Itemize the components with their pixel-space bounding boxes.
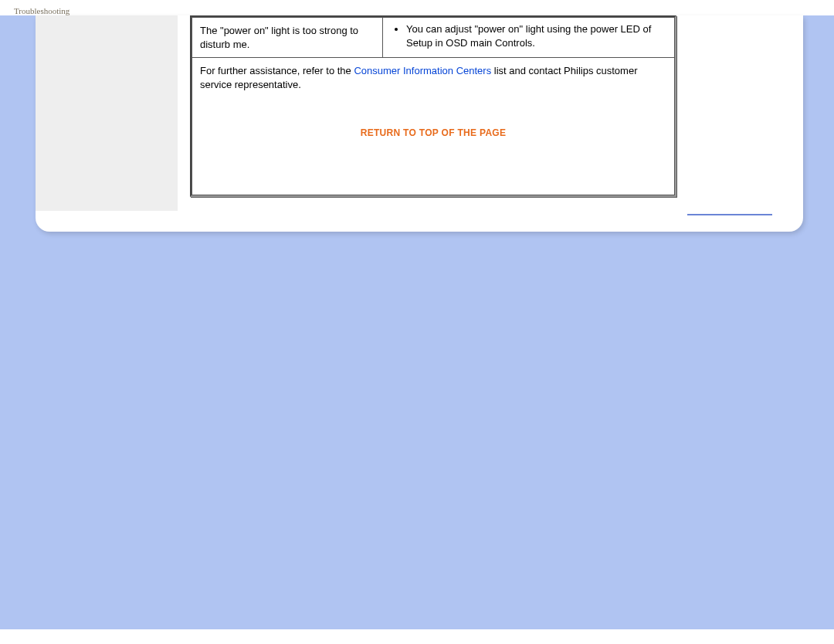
troubleshoot-table: The "power on" light is too strong to di… xyxy=(190,15,676,197)
assist-prefix: For further assistance, refer to the xyxy=(200,65,354,76)
return-to-top-link[interactable]: RETURN TO TOP OF THE PAGE xyxy=(200,127,666,139)
page-header-title: Troubleshooting xyxy=(0,0,834,15)
sidebar-panel xyxy=(36,15,178,211)
decorative-line xyxy=(687,214,772,215)
assist-row: For further assistance, refer to the Con… xyxy=(192,58,675,195)
issue-cell: The "power on" light is too strong to di… xyxy=(192,17,383,58)
solution-bullet: You can adjust "power on" light using th… xyxy=(406,22,668,49)
solution-cell: You can adjust "power on" light using th… xyxy=(383,17,675,58)
page-background: The "power on" light is too strong to di… xyxy=(0,15,834,629)
table-row: The "power on" light is too strong to di… xyxy=(192,17,675,58)
main-card: The "power on" light is too strong to di… xyxy=(36,15,803,232)
solution-list: You can adjust "power on" light using th… xyxy=(389,22,668,49)
consumer-info-link[interactable]: Consumer Information Centers xyxy=(354,65,491,76)
